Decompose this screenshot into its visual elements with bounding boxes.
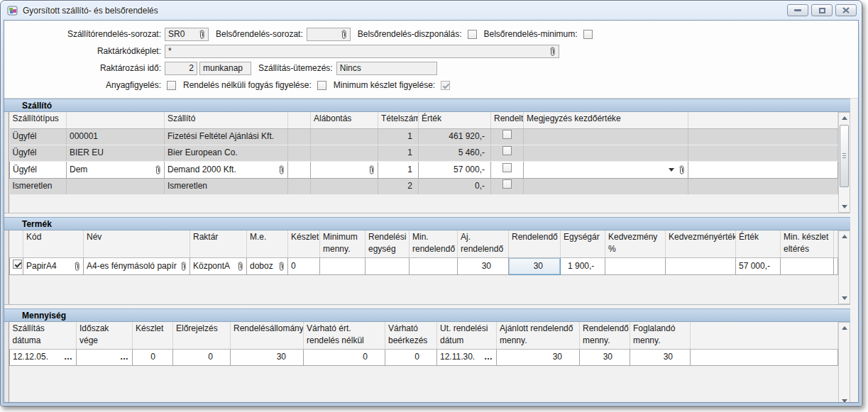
cell-item-count[interactable]: 1 [378,128,419,145]
minimize-button[interactable] [787,4,808,16]
supplier-row-2[interactable]: Ügyfél BIER EU Bier European Co. 1 5 460… [10,145,838,161]
product-vertical-scrollbar[interactable] [838,230,850,304]
paperclip-icon[interactable] [237,262,243,271]
col-min-rendelendo[interactable]: Min. rendelendő [410,230,458,257]
internal-dispo-checkbox[interactable] [468,30,477,39]
paperclip-icon[interactable] [74,262,80,271]
cell-note[interactable] [524,128,688,145]
col-ertek[interactable]: Érték [736,230,781,257]
cell-code[interactable] [67,178,165,194]
col-ut-rendelesi-datum[interactable]: Ut. rendelési dátum [437,322,497,349]
col-minimum-menny[interactable]: Minimum menny. [320,230,366,257]
col-min-keszlet-elteres[interactable]: Min. készlet eltérés [781,230,834,257]
col-code[interactable] [67,112,165,128]
scroll-track[interactable] [839,123,850,201]
cell-unit[interactable]: doboz [247,257,288,274]
cell-discount-value[interactable] [666,257,736,274]
col-rendelesi-egyseg[interactable]: Rendelési egység [366,230,410,257]
col-megjegyzes[interactable]: Megjegyzés kezdőértéke [524,112,688,128]
chevron-down-icon[interactable] [669,168,674,172]
date-picker-button[interactable]: … [120,352,129,362]
cell-subdivision[interactable] [311,178,378,194]
cell-to-order-selected[interactable]: 30 [509,257,561,274]
supplier-series-input[interactable]: SR0 [165,28,209,41]
col-alabontas[interactable]: Alábontás [311,112,378,128]
cell-type[interactable]: Ismeretlen [10,178,67,194]
col-rendelesallomany[interactable]: Rendelésállomány [231,322,304,349]
cell-code[interactable]: BIER EU [67,145,165,161]
internal-series-input[interactable] [307,28,351,41]
col-idoszak-vege[interactable]: Időszak vége [77,322,133,349]
cell-min-qty[interactable] [320,257,366,274]
scroll-down-button[interactable] [839,201,850,212]
scroll-up-button[interactable] [839,231,850,242]
cell-subdivision[interactable] [311,145,378,161]
quantity-vertical-scrollbar[interactable] [838,322,850,403]
supplier-row-1[interactable]: Ügyfél 000001 Fizetési Feltétel Ajánlási… [10,128,838,145]
cell-name[interactable]: Demand 2000 Kft. [165,161,288,178]
paperclip-icon[interactable] [341,30,347,39]
cell-to-reserve-qty[interactable]: 30 [630,349,691,365]
storage-time-input[interactable]: 2 [165,62,197,75]
col-ertek[interactable]: Érték [419,112,491,128]
col-rendelendo-menny[interactable]: Rendelendő menny. [580,322,630,349]
col-aj-rendelendo[interactable]: Aj. rendelendő [458,230,509,257]
cell-last-order-date[interactable]: 12.11.30.… [437,349,497,365]
col-raktar[interactable]: Raktár [190,230,247,257]
scroll-thumb[interactable] [840,125,849,187]
cell-name[interactable]: Fizetési Feltétel Ajánlási Kft. [165,128,288,145]
cell-stock[interactable]: 0 [288,257,320,274]
cell-subdivision[interactable] [311,161,378,178]
titlebar[interactable]: Gyorsított szállító- és belsőrendelés [1,1,862,20]
cell-value[interactable]: 57 000,- [736,257,781,274]
scroll-up-button[interactable] [839,113,850,123]
paperclip-icon[interactable] [278,262,285,271]
quantity-row[interactable]: 12.12.05.… … 0 0 30 0 0 12.11.30.… [10,349,838,365]
col-keszlet[interactable]: Készlet [133,322,173,349]
cell-expected-without-order[interactable]: 0 [304,349,385,365]
cell-code[interactable]: 000001 [67,128,165,145]
scroll-down-button[interactable] [839,396,850,403]
paperclip-icon[interactable] [679,165,685,174]
col-elorejelzes[interactable]: Előrejelzés [173,322,231,349]
cell-order-unit[interactable] [366,257,410,274]
scroll-track[interactable] [839,333,850,396]
cell-min-stock-diff[interactable] [781,257,834,274]
scroll-up-button[interactable] [839,323,850,333]
col-rendelt[interactable]: Rendelt [491,112,524,128]
date-picker-button[interactable]: … [484,352,493,362]
cell-value[interactable]: 461 920,- [419,128,491,145]
cell-unit-price[interactable]: 1 900,- [561,257,605,274]
col-varhato-ert-rendeles-nelkul[interactable]: Várható ért. rendelés nélkül [304,322,385,349]
col-szallito[interactable]: Szállító [165,112,288,128]
product-row-active[interactable]: PapirA4 A4-es fénymásoló papír KözpontA … [10,257,838,274]
cell-expected-arrival[interactable]: 0 [385,349,437,365]
col-kedvezmenyertek[interactable]: Kedvezményérték [666,230,736,257]
col-me[interactable]: M.e. [247,230,288,257]
cell-warehouse[interactable]: KözpontA [190,257,247,274]
col-kod[interactable]: Kód [23,230,84,257]
col-ajanlott-rendelendo-menny[interactable]: Ajánlott rendelendő menny. [497,322,580,349]
paperclip-icon[interactable] [180,262,187,271]
product-select-checkbox[interactable] [13,260,22,269]
cell-note[interactable] [524,145,688,161]
col-nev[interactable]: Név [84,230,190,257]
rendelt-checkbox[interactable] [502,163,512,172]
delivery-schedule-input[interactable]: Nincs [336,62,437,75]
paperclip-icon[interactable] [199,30,205,39]
paperclip-icon[interactable] [368,165,375,174]
col-kedvezmeny-pct[interactable]: Kedvezmény % [605,230,666,257]
cell-name[interactable]: Ismeretlen [165,178,288,194]
cell-type[interactable]: Ügyfél [10,145,67,161]
rendelt-checkbox[interactable] [502,179,512,189]
cell-min-to-order[interactable] [410,257,458,274]
paperclip-icon[interactable] [278,165,285,174]
cell-delivery-date[interactable]: 12.12.05.… [10,349,77,365]
date-picker-button[interactable]: … [64,352,73,362]
close-button[interactable] [835,4,857,16]
cell-to-order-qty[interactable]: 30 [580,349,630,365]
cell-code[interactable]: PapirA4 [23,257,84,274]
supplier-row-3-active[interactable]: Ügyfél Dem Demand 2000 Kft. 1 [10,161,838,178]
cell-value[interactable]: 5 460,- [419,145,491,161]
col-tetelszam[interactable]: Tételszám [378,112,419,128]
